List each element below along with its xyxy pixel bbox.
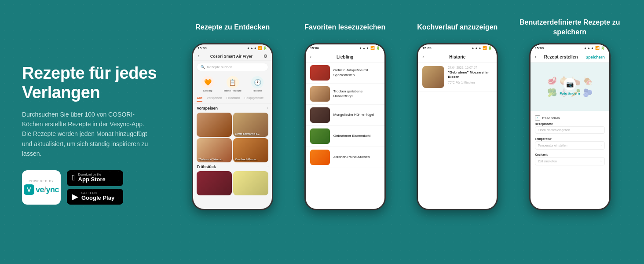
- phone-1-section2-arrow: ›: [267, 165, 269, 169]
- history-info-1: 27.04.2022, 15:07:57 "Gebratene" Mozzare…: [448, 66, 492, 88]
- phones-section: Rezepte zu Entdecken 15:03 ▲▲▲ 📶 🔋: [180, 18, 622, 246]
- vesync-brand-row: V ve/ync: [24, 184, 59, 195]
- photo-area[interactable]: 🥩 🧅 🍗 🍖 🥦 🧄 🥕 🫐 📷 Foto ändern: [531, 62, 609, 111]
- phone-3-mockup: 15:09 ▲▲▲ 📶 🔋 ‹ Historie 27.: [417, 43, 498, 210]
- search-placeholder: Rezepte suchen...: [207, 65, 235, 69]
- fav-thumb-2: [310, 86, 330, 102]
- phone-1-section2-row: Frühstück ›: [193, 162, 272, 171]
- phone-1-section2-title: Frühstück: [197, 165, 216, 169]
- apple-icon: : [72, 173, 75, 183]
- fav-item-4[interactable]: Gebratener Blumenkohl: [306, 126, 384, 147]
- fav-thumb-4: [310, 128, 330, 144]
- google-play-small-label: GET IT ON: [81, 191, 114, 194]
- fav-item-5[interactable]: Zitronen-Pfund-Kuchen: [306, 147, 384, 168]
- phone-2-screen: 15:06 ▲▲▲ 📶 🔋 ‹ Liebling Gefüllte Jalape…: [306, 44, 384, 209]
- recipe-temp-field: Temperatur Temperatur einstellen ›: [535, 137, 605, 150]
- phone-1-search[interactable]: 🔍 Rezepte suchen...: [197, 63, 268, 71]
- fav-item-3[interactable]: Mongolische Hühnerflügel: [306, 105, 384, 126]
- phone-3-time: 15:09: [422, 46, 431, 50]
- phone-2-status-icons: ▲▲▲ 📶 🔋: [359, 46, 380, 50]
- phone-1-section1-title: Vorspeisen: [197, 106, 218, 110]
- phone-1-back-icon[interactable]: ‹: [198, 54, 199, 59]
- phone-1-status-bar: 15:03 ▲▲▲ 📶 🔋: [193, 44, 272, 52]
- fav-item-1[interactable]: Gefüllte Jalapeños mit Speckstreifen: [306, 62, 384, 84]
- food-card-6[interactable]: [233, 171, 268, 195]
- search-icon: 🔍: [201, 65, 205, 69]
- phone-column-3: Kochverlauf anzuzeigen 15:09 ▲▲▲ 📶 🔋 ‹ H…: [405, 18, 510, 210]
- history-icon: 🕐: [251, 76, 263, 88]
- recipe-time-label: Kochzeit: [535, 153, 605, 156]
- phone-4-back-icon[interactable]: ‹: [535, 55, 536, 59]
- history-item-1[interactable]: 27.04.2022, 15:07:57 "Gebratene" Mozzare…: [418, 62, 497, 92]
- food-card-3-label: "Gebratene" Mozza...: [198, 158, 223, 161]
- recipe-time-field: Kochzeit Zeit einstellen ›: [535, 153, 605, 165]
- photo-change-label: Foto ändern: [560, 92, 580, 95]
- recipe-name-input[interactable]: Einen Namen eingeben: [535, 126, 605, 134]
- food-card-5[interactable]: [197, 171, 232, 195]
- history-thumb-1: [422, 66, 444, 88]
- store-buttons-area: POWERED BY V ve/ync  Download on the: [22, 170, 172, 205]
- store-links:  Download on the App Store ▶ GET IT ON …: [67, 170, 123, 205]
- history-label: Historie: [253, 89, 262, 92]
- fav-name-2: Trocken geriebene Hühnerflügel: [333, 89, 380, 99]
- phone-1-time: 15:03: [198, 46, 206, 50]
- tab-hauptgerichte[interactable]: Hauptgerichte: [244, 96, 263, 102]
- temp-chevron-icon: ›: [600, 143, 602, 147]
- phone-3-status-icons: ▲▲▲ 📶 🔋: [471, 46, 492, 50]
- phone-3-back-icon[interactable]: ‹: [422, 55, 424, 59]
- liebling-icon: 🧡: [201, 76, 214, 88]
- time-chevron-icon: ›: [600, 159, 602, 163]
- phone-3-title: Historie: [449, 55, 465, 59]
- recipe-temp-placeholder: Temperatur einstellen: [538, 144, 567, 147]
- google-play-label: Google Play: [81, 194, 114, 202]
- food-icon-1: 🥩: [547, 76, 557, 86]
- google-play-button[interactable]: ▶ GET IT ON Google Play: [67, 189, 123, 205]
- category-history[interactable]: 🕐 Historie: [251, 76, 263, 92]
- app-store-button[interactable]:  Download on the App Store: [67, 170, 123, 186]
- fav-item-2[interactable]: Trocken geriebene Hühnerflügel: [306, 84, 384, 105]
- phone-2-back-icon[interactable]: ‹: [310, 55, 311, 59]
- subtitle-text: Durchsuchen Sie über 100 von COSORI-Köch…: [22, 110, 154, 159]
- app-store-text: Download on the App Store: [78, 173, 106, 183]
- category-liebling[interactable]: 🧡 Liebling: [201, 76, 214, 92]
- tab-vorspeisen[interactable]: Vorspeisen: [207, 96, 222, 102]
- phone-2-time: 15:06: [310, 46, 319, 50]
- app-store-label: App Store: [78, 176, 106, 183]
- food-card-3[interactable]: "Gebratene" Mozza...: [197, 138, 232, 162]
- phone-4-feature-title: Benutzerdefinierte Rezepte zu speichern: [518, 18, 622, 37]
- recipe-save-button[interactable]: Speichern: [585, 55, 605, 59]
- recipe-name-placeholder: Einen Namen eingeben: [538, 128, 570, 132]
- food-icon-4: 🍖: [583, 76, 593, 86]
- recipe-time-input[interactable]: Zeit einstellen ›: [535, 157, 605, 165]
- phone-2-mockup: 15:06 ▲▲▲ 📶 🔋 ‹ Liebling Gefüllte Jalape…: [304, 43, 386, 210]
- essentials-checkbox-label: Essentials: [542, 116, 560, 120]
- food-card-2[interactable]: Lamm-Shawarma-S...: [233, 113, 268, 137]
- phone-3-feature-title: Kochverlauf anzuzeigen: [417, 18, 498, 37]
- phone-1-header: ‹ Cosori Smart Air Fryer ⚙: [193, 52, 272, 61]
- phone-2-header: ‹ Liebling: [306, 52, 384, 62]
- vesync-logo-box: POWERED BY V ve/ync: [22, 170, 61, 205]
- phone-4-time: 15:09: [535, 46, 544, 50]
- phone-1-food-grid: Lamm-Shawarma-S... "Gebratene" Mozza... …: [193, 113, 272, 162]
- tab-frühstück[interactable]: Frühstück: [227, 96, 240, 102]
- phone-1-header-title: Cosori Smart Air Fryer: [210, 54, 252, 59]
- food-card-1[interactable]: [197, 113, 232, 137]
- camera-overlay: 📷 Foto ändern: [560, 78, 580, 95]
- food-card-4[interactable]: Knoblauch-Parme...: [233, 138, 268, 162]
- play-store-icon: ▶: [72, 192, 78, 202]
- essentials-checkbox[interactable]: ✓: [535, 115, 540, 121]
- settings-icon[interactable]: ⚙: [263, 54, 267, 59]
- category-recipes[interactable]: 📋 Meine Rezepte: [224, 76, 242, 92]
- tab-alle[interactable]: Alle: [197, 96, 202, 102]
- phone-1-categories: 🧡 Liebling 📋 Meine Rezepte 🕐 Historie: [193, 73, 272, 95]
- recipe-temp-input[interactable]: Temperatur einstellen ›: [535, 141, 605, 150]
- powered-by-text: POWERED BY: [29, 180, 54, 183]
- vesync-logo-text: ve/ync: [36, 185, 59, 194]
- phone-3-status-bar: 15:09 ▲▲▲ 📶 🔋: [418, 44, 497, 52]
- essentials-section: ✓ Essentials Rezeptname Einen Namen eing…: [531, 111, 609, 172]
- phone-4-status-icons: ▲▲▲ 📶 🔋: [584, 46, 605, 50]
- google-play-text: GET IT ON Google Play: [81, 191, 114, 202]
- recipes-label: Meine Rezepte: [224, 89, 242, 92]
- history-name: "Gebratene" Mozzarella-Bissen: [448, 70, 492, 80]
- recipes-icon: 📋: [227, 76, 239, 88]
